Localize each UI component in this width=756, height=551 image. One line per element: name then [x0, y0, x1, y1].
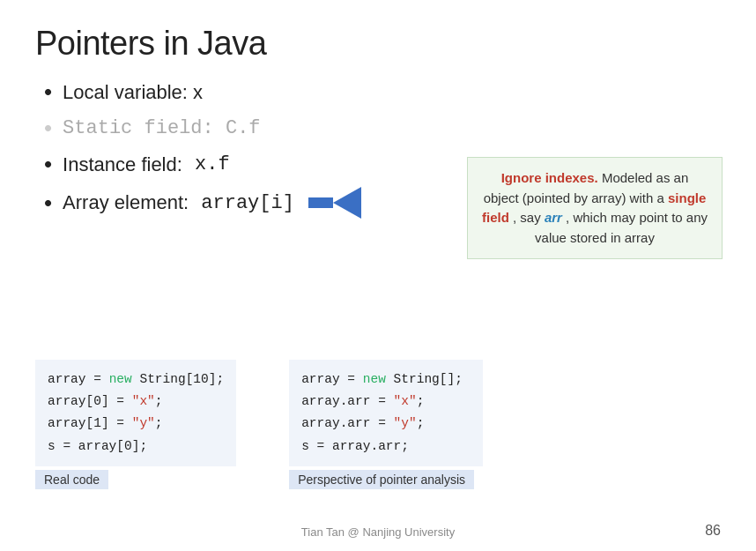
code-right: array = new String[]; array.arr = "x"; a…: [289, 360, 483, 467]
arrow-left: [308, 187, 361, 219]
callout-box: Ignore indexes. Modeled as an object (po…: [467, 157, 723, 259]
bullet-instance-code: x.f: [195, 153, 230, 175]
code-right-line-2: array.arr = "x";: [301, 391, 471, 413]
code-left: array = new String[10]; array[0] = "x"; …: [35, 360, 236, 467]
kw-new-1: new: [109, 372, 132, 386]
bullet-static: Static field: C.f: [44, 115, 721, 142]
bullet-array-label: Array element:: [63, 191, 194, 214]
page-number: 86: [705, 523, 721, 539]
code-section: array = new String[10]; array[0] = "x"; …: [35, 360, 483, 490]
bullet-local-text: Local variable: x: [63, 81, 203, 104]
code-left-line-3: array[1] = "y";: [48, 413, 224, 435]
code-left-block: array = new String[10]; array[0] = "x"; …: [35, 360, 236, 490]
footer: Tian Tan @ Nanjing University: [0, 525, 756, 539]
bullet-array-code: array[i]: [201, 192, 294, 214]
code-left-line-4: s = array[0];: [48, 436, 224, 458]
code-left-line-2: array[0] = "x";: [48, 391, 224, 413]
bullet-local: Local variable: x: [44, 78, 721, 106]
code-right-line-4: s = array.arr;: [301, 436, 471, 458]
code-right-line-3: array.arr = "y";: [301, 413, 471, 435]
str-x-1: "x": [132, 394, 155, 408]
callout-say: , say: [513, 210, 545, 225]
callout-ignore: Ignore indexes.: [501, 170, 598, 185]
arrow-body: [308, 197, 333, 208]
code-left-line-1: array = new String[10];: [48, 369, 224, 391]
code-right-line-1: array = new String[];: [301, 369, 471, 391]
str-y-1: "y": [132, 416, 155, 430]
code-right-label: Perspective of pointer analysis: [289, 470, 474, 489]
slide-title: Pointers in Java: [35, 25, 721, 63]
str-x-2: "x": [394, 394, 417, 408]
bullet-static-text: Static field: C.f: [63, 117, 260, 139]
callout-arr: arr: [545, 210, 562, 225]
str-y-2: "y": [394, 416, 417, 430]
bullet-instance-label: Instance field:: [63, 153, 188, 176]
slide: Pointers in Java Local variable: x Stati…: [0, 0, 756, 551]
footer-center: Tian Tan @ Nanjing University: [301, 525, 455, 539]
code-left-label: Real code: [35, 470, 108, 489]
code-right-block: array = new String[]; array.arr = "x"; a…: [289, 360, 483, 490]
arrow-head: [333, 187, 361, 219]
kw-new-2: new: [363, 372, 386, 386]
